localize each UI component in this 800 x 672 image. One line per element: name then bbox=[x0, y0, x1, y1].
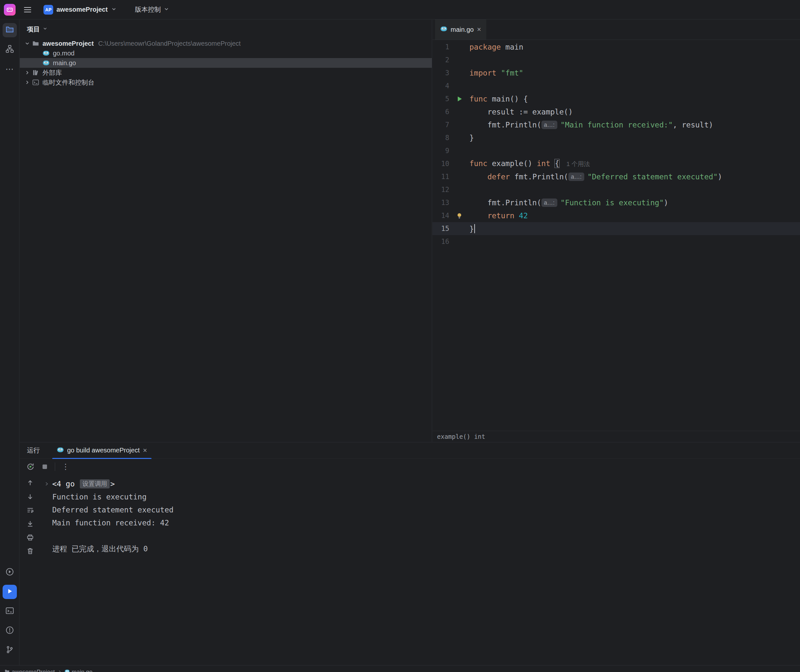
stop-button[interactable] bbox=[41, 463, 48, 470]
code-text: defer fmt.Println(a…:"Deferred statement… bbox=[469, 173, 722, 181]
chevron-down-icon bbox=[43, 26, 48, 32]
vcs-widget[interactable]: 版本控制 bbox=[135, 5, 170, 14]
line-number: 10 bbox=[432, 160, 449, 168]
tree-item-4[interactable]: 外部库 bbox=[20, 68, 432, 77]
code-line-4[interactable]: 4 bbox=[432, 80, 800, 93]
project-tool-window-button[interactable] bbox=[3, 23, 17, 37]
code-token bbox=[514, 211, 519, 220]
tree-item-label: 外部库 bbox=[43, 69, 62, 77]
param-hint-chip[interactable]: a…: bbox=[541, 121, 557, 129]
version-control-tool-window-button[interactable] bbox=[3, 643, 17, 658]
line-number: 1 bbox=[432, 43, 449, 51]
chevron-right-icon[interactable] bbox=[23, 80, 32, 85]
console-text: > bbox=[110, 480, 115, 488]
line-number: 4 bbox=[432, 82, 449, 90]
param-hint-chip[interactable]: a…: bbox=[541, 198, 557, 207]
run-gutter-icon[interactable] bbox=[449, 96, 469, 102]
command-chip[interactable]: 设置调用 bbox=[80, 479, 110, 488]
code-line-13[interactable]: 13 fmt.Println(a…:"Function is executing… bbox=[432, 196, 800, 209]
code-token: } bbox=[469, 134, 474, 142]
line-number: 2 bbox=[432, 56, 449, 64]
git-branch-icon bbox=[5, 645, 14, 655]
print-icon[interactable] bbox=[26, 533, 34, 542]
close-icon[interactable]: × bbox=[477, 26, 481, 33]
project-panel-header[interactable]: 项目 bbox=[20, 20, 432, 38]
more-tool-windows-button[interactable]: ⋯ bbox=[3, 62, 17, 76]
down-stacktrace-icon[interactable] bbox=[26, 492, 34, 501]
context-function-signature: example() int bbox=[437, 433, 485, 440]
code-line-3[interactable]: 3import "fmt" bbox=[432, 67, 800, 80]
ide-window: AP awesomeProject 版本控制 ⋯ bbox=[0, 0, 800, 672]
editor-tab-maingo[interactable]: main.go × bbox=[435, 19, 486, 40]
breadcrumb-file-label: main.go bbox=[72, 669, 93, 672]
code-token: } bbox=[469, 225, 474, 233]
code-editor[interactable]: 1package main23import "fmt"45func main()… bbox=[432, 40, 800, 431]
code-line-5[interactable]: 5func main() { bbox=[432, 93, 800, 106]
structure-tool-window-button[interactable] bbox=[3, 43, 17, 57]
close-icon[interactable]: × bbox=[143, 447, 147, 454]
code-token: import bbox=[469, 69, 496, 77]
services-tool-window-button[interactable] bbox=[3, 565, 17, 579]
code-text: fmt.Println(a…:"Function is executing") bbox=[469, 198, 668, 207]
line-number: 12 bbox=[432, 186, 449, 194]
code-line-8[interactable]: 8} bbox=[432, 131, 800, 144]
code-line-12[interactable]: 12 bbox=[432, 183, 800, 196]
console-output: <4 go 设置调用>Function is executingDeferred… bbox=[45, 477, 800, 665]
code-token: { bbox=[555, 159, 559, 168]
line-number: 8 bbox=[432, 134, 449, 142]
scroll-to-end-icon[interactable] bbox=[26, 520, 34, 528]
code-token bbox=[550, 159, 555, 168]
chevron-down-icon[interactable] bbox=[23, 40, 32, 46]
bulb-gutter-icon[interactable] bbox=[449, 213, 469, 219]
tree-item-3[interactable]: main.go bbox=[20, 58, 432, 68]
code-token: ) bbox=[664, 198, 668, 207]
run-tab-go-build[interactable]: go build awesomeProject × bbox=[52, 442, 152, 459]
tree-item-1[interactable]: awesomeProjectC:\Users\meowr\GolandProje… bbox=[20, 38, 432, 48]
breadcrumb-file[interactable]: main.go bbox=[64, 669, 93, 672]
caret bbox=[474, 224, 475, 233]
code-line-2[interactable]: 2 bbox=[432, 53, 800, 67]
fold-chevron-icon[interactable] bbox=[45, 482, 52, 486]
run-play-icon bbox=[7, 588, 13, 595]
chevron-right-icon bbox=[58, 669, 62, 672]
code-line-9[interactable]: 9 bbox=[432, 144, 800, 157]
code-token: fmt.Println( bbox=[469, 121, 541, 129]
hamburger-menu-icon[interactable] bbox=[24, 7, 31, 12]
chevron-down-icon bbox=[163, 6, 170, 13]
tree-item-label: awesomeProject bbox=[43, 40, 94, 47]
code-line-6[interactable]: 6 result := example() bbox=[432, 106, 800, 118]
console-area: <4 go 设置调用>Function is executingDeferred… bbox=[20, 475, 800, 665]
code-line-14[interactable]: 14 return 42 bbox=[432, 209, 800, 222]
console-line-3: Deferred statement executed bbox=[45, 503, 800, 516]
soft-wrap-icon[interactable] bbox=[26, 506, 34, 514]
kebab-menu-icon[interactable]: ⋮ bbox=[62, 463, 69, 470]
code-line-11[interactable]: 11 defer fmt.Println(a…:"Deferred statem… bbox=[432, 170, 800, 183]
line-number: 13 bbox=[432, 199, 449, 206]
rerun-button[interactable] bbox=[26, 462, 35, 471]
code-line-7[interactable]: 7 fmt.Println(a…:"Main function received… bbox=[432, 118, 800, 131]
console-text: Function is executing bbox=[52, 493, 147, 501]
code-line-15[interactable]: 15} bbox=[432, 222, 800, 235]
code-line-10[interactable]: 10func example() int {1 个用法 bbox=[432, 157, 800, 170]
toolbar-separator bbox=[55, 462, 55, 471]
tree-item-5[interactable]: 临时文件和控制台 bbox=[20, 77, 432, 87]
editor-tab-bar: main.go × bbox=[432, 20, 800, 40]
param-hint-chip[interactable]: a…: bbox=[568, 173, 584, 181]
code-text: package main bbox=[469, 43, 523, 51]
code-text: result := example() bbox=[469, 108, 573, 116]
breadcrumb-project[interactable]: awesomeProject bbox=[5, 669, 55, 672]
services-play-circle-icon bbox=[5, 568, 14, 577]
run-tool-window-button[interactable] bbox=[3, 585, 17, 599]
code-line-16[interactable]: 16 bbox=[432, 235, 800, 248]
project-switcher[interactable]: AP awesomeProject bbox=[43, 5, 117, 14]
terminal-tool-window-button[interactable] bbox=[3, 604, 17, 619]
usages-inlay-hint[interactable]: 1 个用法 bbox=[566, 160, 590, 167]
chevron-right-icon[interactable] bbox=[23, 70, 32, 75]
main-toolbar: AP awesomeProject 版本控制 bbox=[0, 0, 800, 19]
tree-item-2[interactable]: go.mod bbox=[20, 48, 432, 58]
problems-tool-window-button[interactable] bbox=[3, 624, 17, 638]
editor-area: main.go × 1package main23import "fmt"45f… bbox=[432, 20, 800, 442]
clear-console-trash-icon[interactable] bbox=[26, 547, 34, 555]
up-stacktrace-icon[interactable] bbox=[26, 479, 34, 487]
code-line-1[interactable]: 1package main bbox=[432, 40, 800, 53]
